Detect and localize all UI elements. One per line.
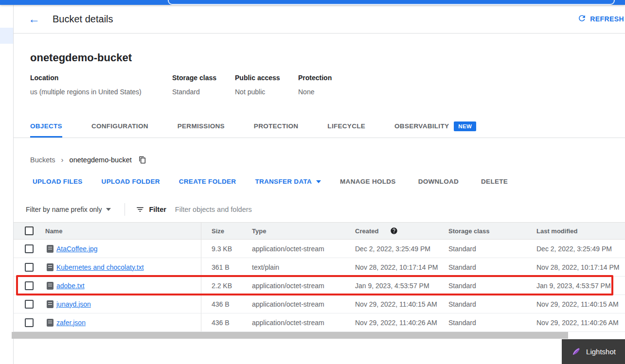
- delete-button[interactable]: DELETE: [481, 178, 508, 185]
- breadcrumb-buckets-link[interactable]: Buckets: [30, 156, 55, 164]
- tab-label: CONFIGURATION: [91, 122, 148, 130]
- cell-created: Jan 9, 2023, 4:53:57 PM: [355, 282, 429, 290]
- refresh-button[interactable]: REFRESH: [577, 14, 624, 24]
- tab-label: PERMISSIONS: [178, 122, 225, 130]
- filter-label: Filter: [149, 206, 166, 213]
- tab-objects[interactable]: OBJECTS: [30, 115, 62, 138]
- cell-type: application/octet-stream: [252, 300, 324, 308]
- upload-folder-button[interactable]: UPLOAD FOLDER: [102, 178, 160, 185]
- cell-last-modified: Dec 2, 2022, 3:25:49 PM: [536, 245, 612, 253]
- meta-value: us (multiple regions in United States): [30, 88, 142, 96]
- meta-label: Protection: [298, 74, 332, 82]
- tab-configuration[interactable]: CONFIGURATION: [91, 115, 148, 138]
- watermark-label: Lightshot: [586, 347, 616, 356]
- breadcrumb-current: onetegdemo-bucket: [70, 156, 132, 164]
- cell-last-modified: Nov 29, 2022, 11:40:26 AM: [536, 319, 619, 327]
- cell-last-modified: Nov 29, 2022, 11:40:15 AM: [536, 300, 619, 308]
- chevron-down-icon: [316, 180, 321, 183]
- column-header-type: Type: [252, 227, 266, 235]
- column-header-size: Size: [212, 227, 224, 235]
- column-divider: [201, 223, 201, 239]
- column-header-name: Name: [45, 227, 62, 235]
- table-row: junayd.json 436 B application/octet-stre…: [14, 295, 625, 313]
- tab-permissions[interactable]: PERMISSIONS: [178, 115, 225, 138]
- left-nav-sliver: [0, 5, 14, 364]
- page-title: Bucket details: [53, 14, 113, 25]
- help-icon[interactable]: [390, 227, 398, 235]
- row-checkbox[interactable]: [25, 318, 34, 327]
- object-link[interactable]: zafer.json: [56, 319, 86, 327]
- main-panel: ← Bucket details REFRESH onetegdemo-buck…: [14, 5, 625, 364]
- filter-scope-dropdown[interactable]: Filter by name prefix only: [26, 206, 111, 213]
- left-nav-selected-item[interactable]: [0, 28, 13, 44]
- meta-protection: Protection None: [298, 74, 332, 96]
- manage-holds-button[interactable]: MANAGE HOLDS: [340, 178, 396, 185]
- cell-storage-class: Standard: [448, 319, 476, 327]
- column-divider: [201, 258, 201, 276]
- cell-type: application/octet-stream: [252, 282, 324, 290]
- create-folder-button[interactable]: CREATE FOLDER: [179, 178, 236, 185]
- bucket-meta: Location us (multiple regions in United …: [14, 74, 625, 104]
- top-app-bar: [0, 0, 625, 5]
- transfer-data-button[interactable]: TRANSFER DATA: [255, 178, 321, 185]
- objects-table: Name Size Type Created Storage class Las…: [14, 222, 625, 332]
- column-divider: [201, 240, 201, 258]
- cell-type: text/plain: [252, 263, 279, 271]
- cell-size: 436 B: [212, 300, 230, 308]
- column-divider: [201, 277, 201, 295]
- feather-icon: [571, 346, 582, 358]
- filter-bar: Filter by name prefix only Filter: [14, 198, 625, 220]
- cell-last-modified: Nov 28, 2022, 10:17:14 PM: [536, 263, 619, 271]
- back-button[interactable]: ←: [25, 10, 43, 28]
- row-checkbox[interactable]: [25, 281, 34, 290]
- copy-icon[interactable]: [139, 156, 146, 164]
- tab-protection[interactable]: PROTECTION: [254, 115, 299, 138]
- horizontal-scrollbar[interactable]: [12, 332, 568, 339]
- tab-lifecycle[interactable]: LIFECYCLE: [327, 115, 365, 138]
- object-link[interactable]: AtaCoffee.jpg: [56, 245, 98, 253]
- column-header-storage-class: Storage class: [448, 227, 490, 235]
- object-link[interactable]: Kubernetes and chocolaty.txt: [56, 263, 144, 271]
- chevron-right-icon: ›: [61, 156, 64, 164]
- filter-input[interactable]: [174, 205, 448, 214]
- tab-label: OBJECTS: [30, 122, 62, 130]
- cell-storage-class: Standard: [448, 282, 476, 290]
- tab-observability[interactable]: OBSERVABILITY NEW: [394, 115, 476, 138]
- search-box[interactable]: [168, 0, 615, 5]
- refresh-icon: [577, 14, 587, 24]
- column-header-created: Created: [355, 227, 378, 235]
- file-icon: [47, 319, 54, 327]
- select-all-checkbox[interactable]: [25, 226, 34, 235]
- meta-location: Location us (multiple regions in United …: [30, 74, 142, 96]
- object-actions-toolbar: UPLOAD FILES UPLOAD FOLDER CREATE FOLDER…: [33, 178, 530, 185]
- row-checkbox[interactable]: [25, 300, 34, 309]
- object-link[interactable]: adobe.txt: [56, 282, 85, 290]
- tab-label: OBSERVABILITY: [394, 122, 449, 130]
- cell-type: application/octet-stream: [252, 245, 324, 253]
- tab-bar: OBJECTS CONFIGURATION PERMISSIONS PROTEC…: [14, 115, 625, 138]
- tab-label: LIFECYCLE: [327, 122, 365, 130]
- meta-label: Storage class: [172, 74, 216, 82]
- table-header-row: Name Size Type Created Storage class Las…: [14, 222, 625, 240]
- download-button[interactable]: DOWNLOAD: [418, 178, 459, 185]
- row-checkbox[interactable]: [25, 263, 34, 272]
- meta-storage-class: Storage class Standard: [172, 74, 216, 96]
- meta-label: Public access: [235, 74, 280, 82]
- meta-value: Not public: [235, 88, 280, 96]
- cell-last-modified: Jan 9, 2023, 4:53:57 PM: [536, 282, 611, 290]
- file-icon: [47, 263, 54, 271]
- table-row: AtaCoffee.jpg 9.3 KB application/octet-s…: [14, 240, 625, 258]
- upload-files-button[interactable]: UPLOAD FILES: [33, 178, 83, 185]
- table-row: Kubernetes and chocolaty.txt 361 B text/…: [14, 258, 625, 277]
- meta-label: Location: [30, 74, 142, 82]
- meta-value: None: [298, 88, 332, 96]
- table-row-highlighted: adobe.txt 2.2 KB application/octet-strea…: [14, 277, 625, 295]
- object-link[interactable]: junayd.json: [56, 300, 91, 308]
- cell-created: Nov 29, 2022, 11:40:15 AM: [355, 300, 437, 308]
- row-checkbox[interactable]: [25, 244, 34, 253]
- breadcrumb: Buckets › onetegdemo-bucket: [30, 156, 146, 164]
- cell-type: application/octet-stream: [252, 319, 324, 327]
- file-icon: [47, 300, 54, 308]
- cell-created: Dec 2, 2022, 3:25:49 PM: [355, 245, 430, 253]
- refresh-label: REFRESH: [590, 15, 624, 23]
